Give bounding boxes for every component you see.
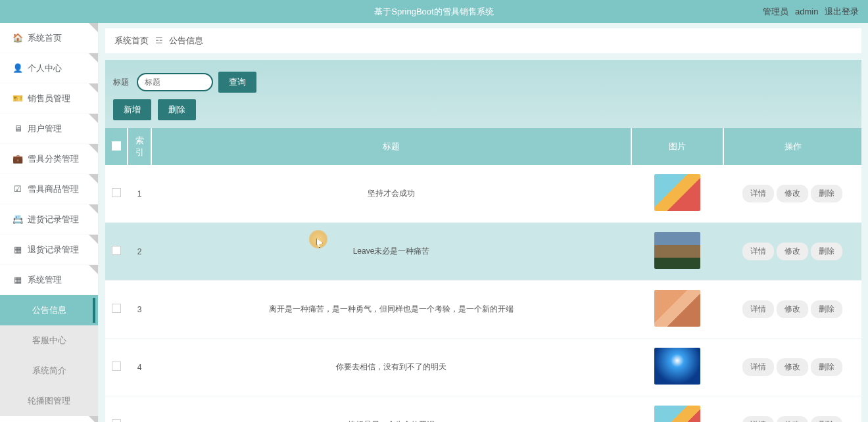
thumb-image [654,406,700,422]
sidebar-item-label: 系统首页 [28,32,62,44]
sidebar-item-label: 客服中心 [32,335,66,346]
thumb-image [654,290,700,327]
edit-button[interactable]: 修改 [777,185,808,202]
row-checkbox[interactable] [105,396,128,423]
row-checkbox[interactable] [105,339,128,396]
sidebar-item-label: 系统管理 [28,274,62,286]
delete-row-button[interactable]: 删除 [811,300,842,318]
sidebar-item-sales[interactable]: 🎫销售员管理 [0,83,98,114]
row-image [631,223,723,281]
role-label: 管理员 [763,7,788,16]
detail-button[interactable]: 详情 [742,185,774,202]
delete-row-button[interactable]: 删除 [811,243,842,260]
breadcrumb-root[interactable]: 系统首页 [114,35,149,45]
sidebar-item-stockin[interactable]: 📇进货记录管理 [0,204,98,235]
app-title: 基于SpringBoot的雪具销售系统 [374,6,493,18]
sidebar-item-stockout[interactable]: ▦退货记录管理 [0,235,98,265]
checkbox-icon [112,362,121,371]
table-row: 4你要去相信，没有到不了的明天详情修改删除 [105,339,861,396]
sidebar: 🏠系统首页 👤个人中心 🎫销售员管理 🖥用户管理 💼雪具分类管理 ☑雪具商品管理… [0,23,99,422]
submenu-item-service[interactable]: 客服中心 [0,325,98,356]
submenu-item-carousel[interactable]: 轮播图管理 [0,386,98,416]
row-index: 3 [128,281,151,339]
thumb-image [654,174,700,211]
detail-button[interactable]: 详情 [742,358,774,376]
row-image [631,281,723,339]
detail-button[interactable]: 详情 [742,243,774,260]
sidebar-item-label: 用户管理 [28,123,62,135]
row-title: 挫折是另一个生命的开端 [151,396,631,423]
check-icon: ☑ [13,185,22,194]
main: 系统首页 ☲ 公告信息 标题 查询 新增 删除 索引 标题 [99,23,868,422]
title-input[interactable] [137,73,213,91]
table-row: 1坚持才会成功详情修改删除 [105,165,861,223]
delete-button[interactable]: 删除 [158,99,196,120]
row-image [631,339,723,396]
delete-row-button[interactable]: 删除 [811,416,842,422]
detail-button[interactable]: 详情 [742,300,774,318]
users-icon: 🖥 [13,124,22,133]
row-ops: 详情修改删除 [723,339,861,396]
sidebar-item-label: 轮播图管理 [28,395,70,407]
sidebar-item-home[interactable]: 🏠系统首页 [0,23,98,53]
header-right: 管理员 admin 退出登录 [759,6,859,18]
logout-link[interactable]: 退出登录 [825,7,859,16]
filter-label: 标题 [113,77,129,88]
edit-button[interactable]: 修改 [777,300,808,318]
checkbox-icon [112,246,121,255]
row-ops: 详情修改删除 [723,396,861,423]
sidebar-item-label: 雪具商品管理 [28,183,79,195]
table-row: 2Leave未必是一种痛苦详情修改删除 [105,223,861,281]
thumb-image [654,232,700,269]
sidebar-item-system[interactable]: ▦系统管理 [0,265,98,295]
row-ops: 详情修改删除 [723,165,861,223]
user-icon: 👤 [13,64,22,73]
table-header-row: 索引 标题 图片 操作 [105,128,861,165]
row-checkbox[interactable] [105,281,128,339]
sidebar-item-label: 销售员管理 [28,93,70,105]
row-checkbox[interactable] [105,223,128,281]
row-ops: 详情修改删除 [723,281,861,339]
sidebar-item-profile[interactable]: 👤个人中心 [0,53,98,83]
th-title: 标题 [151,128,631,165]
sidebar-item-category[interactable]: 💼雪具分类管理 [0,144,98,174]
sidebar-item-label: 雪具分类管理 [28,153,79,165]
sidebar-item-users[interactable]: 🖥用户管理 [0,114,98,144]
row-checkbox[interactable] [105,165,128,223]
briefcase-icon: 💼 [13,154,22,164]
select-all-header[interactable] [105,128,128,165]
detail-button[interactable]: 详情 [742,416,774,422]
add-button[interactable]: 新增 [113,99,151,120]
search-button[interactable]: 查询 [218,72,256,93]
edit-button[interactable]: 修改 [777,243,808,260]
sidebar-item-goods[interactable]: ☑雪具商品管理 [0,174,98,204]
row-title: 你要去相信，没有到不了的明天 [151,339,631,396]
grid-icon: ▦ [13,245,22,254]
sidebar-item-label: 公告信息 [32,304,66,316]
row-image [631,165,723,223]
breadcrumb-sep: ☲ [155,35,163,45]
inbox-icon: 📇 [13,215,22,224]
delete-row-button[interactable]: 删除 [811,185,842,202]
sidebar-item-label: 系统简介 [32,365,66,377]
header: 基于SpringBoot的雪具销售系统 管理员 admin 退出登录 [0,0,868,23]
submenu-item-announcement[interactable]: 公告信息 [0,295,98,325]
submenu-system: 公告信息 客服中心 系统简介 轮播图管理 [0,295,98,416]
row-index: 4 [128,339,151,396]
thumb-image [654,348,700,385]
row-index: 1 [128,165,151,223]
sidebar-item-label: 个人中心 [28,62,62,74]
delete-row-button[interactable]: 删除 [811,358,842,376]
edit-button[interactable]: 修改 [777,358,808,376]
sidebar-item-label: 退货记录管理 [28,244,79,256]
breadcrumb-current: 公告信息 [169,35,203,45]
sidebar-item-order[interactable]: 👤订单管理 [0,416,98,422]
breadcrumb: 系统首页 ☲ 公告信息 [105,28,861,53]
th-index: 索引 [128,128,151,165]
username-label: admin [795,7,818,16]
edit-button[interactable]: 修改 [777,416,808,422]
grid-icon: ▦ [13,275,22,285]
row-ops: 详情修改删除 [723,223,861,281]
submenu-item-intro[interactable]: 系统简介 [0,356,98,386]
checkbox-icon [112,304,121,313]
